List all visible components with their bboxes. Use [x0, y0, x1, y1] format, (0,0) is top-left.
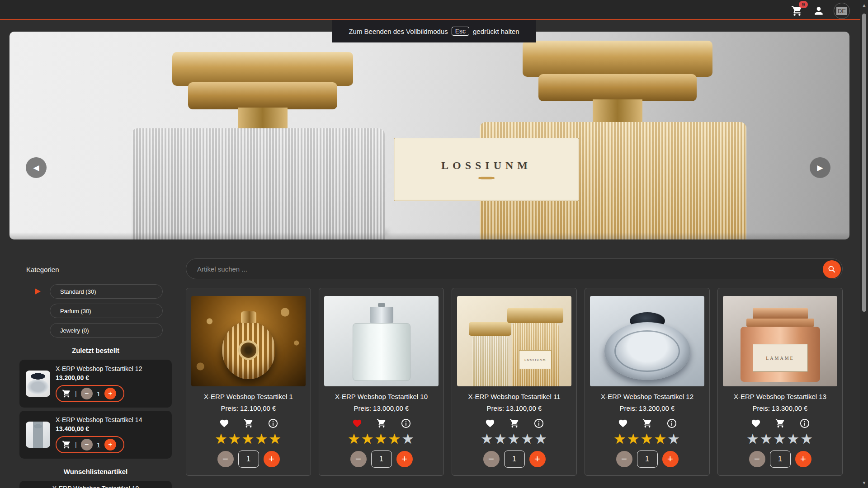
cart-icon [244, 418, 254, 428]
qty-input[interactable] [504, 450, 525, 468]
info-button[interactable] [401, 418, 411, 429]
wishlist-heart-button[interactable] [219, 418, 230, 429]
account-button[interactable] [812, 4, 826, 18]
increase-qty-button[interactable]: + [396, 451, 413, 467]
star-icon[interactable]: ★ [627, 432, 641, 446]
product-price: Preis: 13.300,00 € [753, 404, 808, 412]
category-button-parfum[interactable]: Parfum (30) [50, 304, 163, 318]
info-button[interactable] [666, 418, 677, 429]
info-icon [667, 418, 677, 428]
star-icon[interactable]: ★ [255, 432, 269, 446]
decrease-qty-button[interactable]: − [81, 388, 93, 399]
product-image[interactable]: LAMAME [723, 296, 837, 386]
product-title: X-ERP Webshop Testartikel 12 [601, 393, 693, 400]
scroll-down-icon[interactable]: ▼ [860, 480, 868, 485]
star-icon[interactable]: ★ [521, 432, 534, 446]
decrease-qty-button[interactable]: − [749, 451, 765, 467]
rating-stars: ★★★★★ [481, 432, 548, 446]
info-button[interactable] [799, 418, 810, 429]
category-button-standard[interactable]: Standard (30) [50, 284, 163, 299]
wishlist-heart-button[interactable] [352, 418, 363, 429]
increase-qty-button[interactable]: + [104, 388, 116, 399]
rating-stars: ★★★★★ [215, 432, 282, 446]
hero-bottle-neck [238, 108, 288, 130]
increase-qty-button[interactable]: + [662, 451, 679, 467]
language-button[interactable]: DE [834, 3, 850, 19]
wishlist-heart-button[interactable] [750, 418, 761, 429]
star-icon[interactable]: ★ [534, 432, 548, 446]
carousel-prev-button[interactable]: ◀ [26, 157, 47, 178]
decrease-qty-button[interactable]: − [483, 451, 500, 467]
product-image[interactable] [191, 296, 306, 386]
qty-input[interactable] [238, 450, 259, 468]
hero-bottle-cap [538, 74, 697, 101]
star-icon[interactable]: ★ [375, 432, 388, 446]
product-card: X-ERP Webshop Testartikel 10 Preis: 13.0… [319, 288, 444, 476]
add-to-cart-button[interactable] [642, 418, 653, 429]
star-icon[interactable]: ★ [269, 432, 282, 446]
category-button-jewelry[interactable]: Jewelry (0) [50, 323, 163, 338]
increase-qty-button[interactable]: + [795, 451, 811, 467]
star-icon[interactable]: ★ [215, 432, 228, 446]
qty-input[interactable] [770, 450, 791, 468]
product-image[interactable] [324, 296, 439, 386]
product-price: Preis: 12.100,00 € [221, 404, 276, 412]
increase-qty-button[interactable]: + [529, 451, 546, 467]
star-icon[interactable]: ★ [228, 432, 242, 446]
star-icon[interactable]: ★ [388, 432, 401, 446]
add-to-cart-button[interactable] [509, 418, 520, 429]
star-icon[interactable]: ★ [348, 432, 361, 446]
product-image[interactable]: LOSSIUNM [457, 296, 571, 386]
bottle-art [604, 322, 690, 380]
add-to-cart-button[interactable] [775, 418, 786, 429]
header-cart-button[interactable]: 9 [790, 4, 804, 18]
product-grid: X-ERP Webshop Testartikel 1 Preis: 12.10… [186, 288, 843, 476]
increase-qty-button[interactable]: + [264, 451, 280, 467]
star-icon[interactable]: ★ [787, 432, 800, 446]
star-icon[interactable]: ★ [242, 432, 255, 446]
scrollbar-thumb[interactable] [862, 14, 866, 312]
search-input[interactable] [186, 259, 842, 279]
scrollbar[interactable]: ▲ ▼ [860, 0, 868, 488]
product-price: Preis: 13.200,00 € [620, 404, 675, 412]
increase-qty-button[interactable]: + [104, 439, 116, 450]
product-card: X-ERP Webshop Testartikel 12 Preis: 13.2… [585, 288, 710, 476]
hero-bottle-neck [593, 99, 642, 123]
star-icon[interactable]: ★ [401, 432, 415, 446]
wishlist-heart-button[interactable] [485, 418, 495, 429]
star-icon[interactable]: ★ [613, 432, 627, 446]
star-icon[interactable]: ★ [494, 432, 508, 446]
add-to-cart-button[interactable] [376, 418, 387, 429]
product-thumbnail [26, 371, 50, 397]
decrease-qty-button[interactable]: − [350, 451, 367, 467]
star-icon[interactable]: ★ [641, 432, 654, 446]
star-icon[interactable]: ★ [746, 432, 760, 446]
search-button[interactable] [823, 260, 841, 278]
star-icon[interactable]: ★ [760, 432, 774, 446]
star-icon[interactable]: ★ [481, 432, 494, 446]
star-icon[interactable]: ★ [654, 432, 667, 446]
product-image[interactable] [590, 296, 704, 386]
separator: | [75, 390, 77, 397]
info-button[interactable] [268, 418, 278, 429]
decrease-qty-button[interactable]: − [217, 451, 234, 467]
info-button[interactable] [533, 418, 544, 429]
star-icon[interactable]: ★ [667, 432, 681, 446]
wishlist-heart-button[interactable] [618, 418, 628, 429]
scroll-up-icon[interactable]: ▲ [860, 3, 868, 8]
add-to-cart-button[interactable] [243, 418, 254, 429]
star-icon[interactable]: ★ [361, 432, 375, 446]
cart-icon[interactable] [62, 389, 71, 398]
decrease-qty-button[interactable]: − [81, 439, 93, 450]
decrease-qty-button[interactable]: − [616, 451, 632, 467]
qty-input[interactable] [371, 450, 392, 468]
star-icon[interactable]: ★ [508, 432, 521, 446]
carousel-next-button[interactable]: ▶ [810, 157, 830, 178]
cart-icon[interactable] [62, 440, 71, 449]
hero-bottle-cap [523, 41, 712, 77]
qty-input[interactable] [637, 450, 658, 468]
search-bar [186, 258, 843, 279]
star-icon[interactable]: ★ [774, 432, 787, 446]
person-icon [813, 5, 825, 17]
star-icon[interactable]: ★ [800, 432, 814, 446]
